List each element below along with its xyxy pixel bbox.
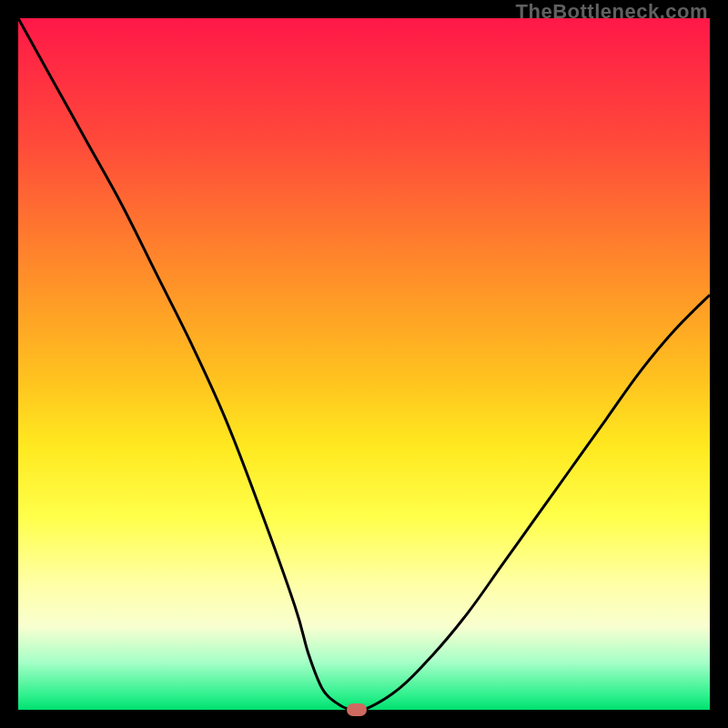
bottleneck-curve [18,18,710,710]
optimal-point-marker [347,703,367,716]
chart-frame: TheBottleneck.com [0,0,728,728]
watermark-text: TheBottleneck.com [516,0,708,24]
curve-line [18,18,710,712]
